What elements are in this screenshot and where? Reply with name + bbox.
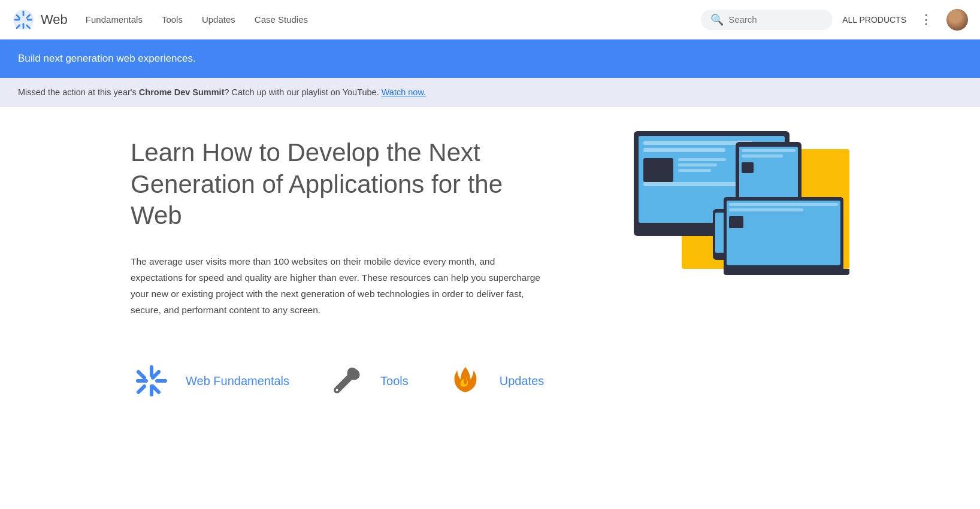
main-heading: Learn How to Develop the Next Generation… <box>131 137 548 232</box>
nav-case-studies[interactable]: Case Studies <box>255 14 308 25</box>
notification-highlight: Chrome Dev Summit <box>139 87 225 97</box>
laptop-base <box>724 269 849 275</box>
bottom-card-fundamentals[interactable]: Web Fundamentals <box>131 360 289 402</box>
svg-rect-15 <box>136 384 147 395</box>
watch-now-link[interactable]: Watch now. <box>382 87 426 97</box>
asterisk-svg <box>134 363 170 399</box>
avatar[interactable] <box>946 9 968 31</box>
svg-rect-12 <box>155 379 167 383</box>
svg-rect-2 <box>23 23 25 29</box>
notification-text-before: Missed the action at this year's <box>18 87 139 97</box>
bottom-card-tools[interactable]: Tools <box>325 360 409 402</box>
navbar: Web Fundamentals Tools Updates Case Stud… <box>0 0 980 40</box>
tools-icon <box>325 360 367 402</box>
main-content: Learn How to Develop the Next Generation… <box>101 107 879 336</box>
nav-tools[interactable]: Tools <box>162 14 183 25</box>
main-body: The average user visits more than 100 we… <box>131 253 548 319</box>
web-fundamentals-label[interactable]: Web Fundamentals <box>186 374 289 388</box>
nav-links: Fundamentals Tools Updates Case Studies <box>86 14 701 25</box>
more-options-icon[interactable]: ⋮ <box>916 10 937 30</box>
laptop <box>724 197 849 275</box>
hero-banner: Build next generation web experiences. <box>0 40 980 78</box>
bottom-card-updates[interactable]: Updates <box>444 360 545 402</box>
tools-label[interactable]: Tools <box>380 374 409 388</box>
hero-illustration <box>634 131 849 275</box>
svg-rect-4 <box>27 19 33 20</box>
web-fundamentals-icon <box>131 360 173 402</box>
logo[interactable]: Web <box>12 8 68 31</box>
bottom-section: Web Fundamentals Tools Updates <box>101 336 879 414</box>
notification-bar: Missed the action at this year's Chrome … <box>0 78 980 107</box>
search-input[interactable] <box>728 14 823 25</box>
svg-rect-3 <box>14 19 20 20</box>
svg-rect-1 <box>23 10 25 16</box>
svg-rect-13 <box>136 369 147 380</box>
search-icon: 🔍 <box>710 13 724 26</box>
flame-svg <box>448 363 483 398</box>
content-right <box>571 137 849 275</box>
content-left: Learn How to Develop the Next Generation… <box>131 137 548 318</box>
svg-rect-11 <box>136 379 148 383</box>
nav-updates[interactable]: Updates <box>202 14 235 25</box>
wrench-svg <box>329 363 364 398</box>
logo-text: Web <box>41 12 68 28</box>
search-container[interactable]: 🔍 <box>701 10 833 30</box>
hero-text: Build next generation web experiences. <box>18 53 196 64</box>
updates-label[interactable]: Updates <box>500 374 545 388</box>
nav-right: 🔍 ALL PRODUCTS ⋮ <box>701 9 968 31</box>
updates-icon <box>444 360 486 402</box>
logo-icon <box>12 8 35 31</box>
notification-text-after: ? Catch up with our playlist on YouTube. <box>224 87 381 97</box>
avatar-image <box>946 9 968 31</box>
content-layout: Learn How to Develop the Next Generation… <box>131 137 849 318</box>
all-products-button[interactable]: ALL PRODUCTS <box>842 15 906 25</box>
laptop-screen <box>724 197 843 269</box>
nav-fundamentals[interactable]: Fundamentals <box>86 14 143 25</box>
